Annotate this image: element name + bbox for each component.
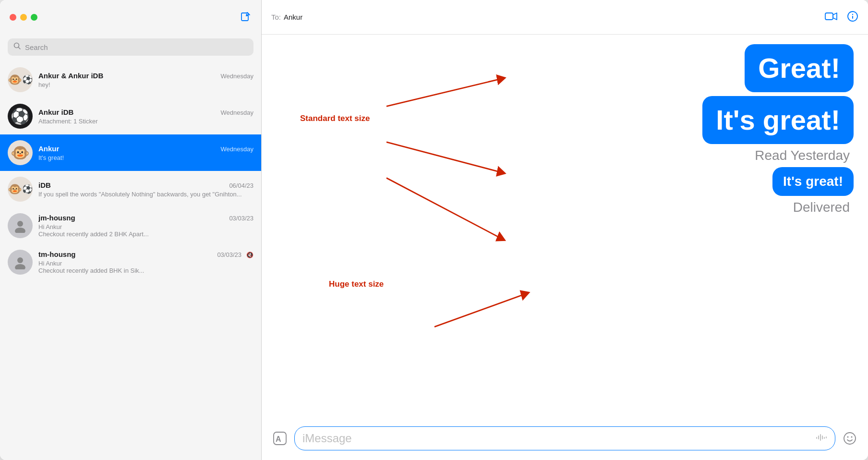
audio-icon[interactable]	[816, 433, 827, 444]
read-status: Read Yesterday	[755, 148, 850, 163]
message-bubble-3: It's great!	[772, 167, 854, 196]
conv-date-6: 03/03/23	[217, 251, 241, 258]
mute-icon: 🔇	[246, 252, 253, 258]
conv-date-3: Wednesday	[221, 145, 253, 153]
conv-header-6: tm-housng 03/03/23 🔇	[38, 250, 253, 258]
delivered-status: Delivered	[793, 200, 850, 215]
conv-header-4: iDB 06/04/23	[38, 181, 253, 189]
imessage-placeholder: iMessage	[302, 432, 812, 445]
conv-preview-5: Hi AnkurCheckout recently added 2 BHK Ap…	[38, 223, 253, 238]
sidebar: Search 🐵⚽ Ankur & Ankur iDB Wednesday he…	[0, 0, 262, 460]
emoji-button[interactable]	[841, 430, 858, 447]
svg-line-10	[386, 79, 502, 106]
avatar-2: ⚽	[8, 104, 33, 129]
conv-preview-1: hey!	[38, 81, 253, 88]
conv-content-5: jm-housng 03/03/23 Hi AnkurCheckout rece…	[38, 214, 253, 238]
conv-date-2: Wednesday	[221, 109, 253, 116]
svg-rect-16	[816, 437, 817, 439]
conv-name-2: Ankur iDB	[38, 108, 73, 116]
conversation-item-5[interactable]: jm-housng 03/03/23 Hi AnkurCheckout rece…	[0, 207, 261, 244]
conv-header-3: Ankur Wednesday	[38, 145, 253, 153]
chat-header-right	[825, 11, 858, 24]
conv-name-5: jm-housng	[38, 214, 75, 222]
chat-input-area: A iMessage	[262, 421, 868, 460]
conv-date-4: 06/04/23	[229, 182, 253, 189]
conv-preview-4: If you spell the words "Absolutely Nothi…	[38, 191, 253, 198]
chat-panel: To: Ankur	[262, 0, 868, 460]
minimize-button[interactable]	[20, 14, 27, 21]
conversation-list: 🐵⚽ Ankur & Ankur iDB Wednesday hey! ⚽	[0, 61, 261, 460]
to-label: To:	[271, 13, 281, 21]
avatar-6	[8, 250, 33, 275]
conv-date-1: Wednesday	[221, 73, 253, 80]
svg-rect-0	[241, 13, 248, 21]
huge-text-label: Huge text size	[329, 279, 384, 289]
standard-text-label: Standard text size	[300, 114, 370, 123]
traffic-lights	[10, 14, 37, 21]
avatar-4: 🐵⚽	[8, 177, 33, 202]
svg-rect-21	[826, 436, 827, 438]
svg-point-3	[15, 228, 25, 233]
search-placeholder: Search	[25, 43, 48, 51]
conv-date-5: 03/03/23	[229, 215, 253, 222]
search-bar-container: Search	[0, 35, 261, 61]
conversation-item-1[interactable]: 🐵⚽ Ankur & Ankur iDB Wednesday hey!	[0, 61, 261, 98]
svg-rect-19	[822, 436, 823, 439]
chat-header: To: Ankur	[262, 0, 868, 35]
svg-line-11	[386, 142, 502, 172]
recipient-name: Ankur	[284, 13, 302, 21]
svg-rect-9	[852, 16, 853, 19]
compose-button[interactable]	[240, 12, 252, 23]
conv-name-4: iDB	[38, 181, 51, 189]
close-button[interactable]	[10, 14, 16, 21]
svg-point-8	[852, 13, 853, 14]
svg-rect-18	[820, 434, 821, 441]
avatar-3: 🐵	[8, 140, 33, 165]
svg-line-12	[386, 178, 502, 239]
conv-preview-6: Hi AnkurCheckout recently added BHK in S…	[38, 260, 253, 274]
conv-content-1: Ankur & Ankur iDB Wednesday hey!	[38, 72, 253, 88]
conv-header-2: Ankur iDB Wednesday	[38, 108, 253, 116]
chat-messages: Standard text size Huge text size Great!…	[262, 35, 868, 421]
message-input[interactable]: iMessage	[294, 426, 835, 450]
svg-point-24	[851, 436, 853, 438]
conv-name-1: Ankur & Ankur iDB	[38, 72, 103, 80]
sidebar-titlebar	[0, 0, 261, 35]
chat-header-left: To: Ankur	[271, 13, 302, 21]
conversation-item-2[interactable]: ⚽ Ankur iDB Wednesday Attachment: 1 Stic…	[0, 98, 261, 134]
conv-content-4: iDB 06/04/23 If you spell the words "Abs…	[38, 181, 253, 198]
svg-point-5	[15, 264, 25, 269]
svg-rect-6	[825, 13, 833, 20]
conversation-item-4[interactable]: 🐵⚽ iDB 06/04/23 If you spell the words "…	[0, 171, 261, 207]
svg-text:A: A	[276, 435, 281, 443]
conv-content-2: Ankur iDB Wednesday Attachment: 1 Sticke…	[38, 108, 253, 125]
svg-rect-17	[818, 436, 819, 439]
svg-rect-20	[824, 437, 825, 439]
conv-header-5: jm-housng 03/03/23	[38, 214, 253, 222]
app-window: Search 🐵⚽ Ankur & Ankur iDB Wednesday he…	[0, 0, 868, 460]
conv-name-3: Ankur	[38, 145, 59, 153]
annotation-arrows	[262, 35, 868, 421]
conv-name-6: tm-housng	[38, 250, 75, 258]
app-store-button[interactable]: A	[271, 430, 289, 447]
svg-point-23	[847, 436, 849, 438]
fullscreen-button[interactable]	[31, 14, 37, 21]
message-bubble-2: It's great!	[702, 96, 854, 144]
svg-point-2	[17, 221, 23, 227]
avatar-1: 🐵⚽	[8, 67, 33, 92]
svg-line-13	[434, 294, 526, 327]
svg-point-4	[17, 257, 23, 263]
video-call-icon[interactable]	[825, 12, 837, 23]
conv-content-6: tm-housng 03/03/23 🔇 Hi AnkurCheckout re…	[38, 250, 253, 274]
search-bar[interactable]: Search	[8, 38, 253, 56]
conv-content-3: Ankur Wednesday It's great!	[38, 145, 253, 161]
conv-preview-3: It's great!	[38, 154, 253, 161]
avatar-5	[8, 213, 33, 238]
conversation-item-6[interactable]: tm-housng 03/03/23 🔇 Hi AnkurCheckout re…	[0, 244, 261, 280]
info-icon[interactable]	[847, 11, 858, 24]
search-icon	[13, 42, 21, 52]
message-bubble-1: Great!	[745, 44, 854, 92]
conversation-item-3[interactable]: 🐵 Ankur Wednesday It's great!	[0, 134, 261, 171]
svg-point-22	[844, 433, 856, 444]
conv-header-1: Ankur & Ankur iDB Wednesday	[38, 72, 253, 80]
